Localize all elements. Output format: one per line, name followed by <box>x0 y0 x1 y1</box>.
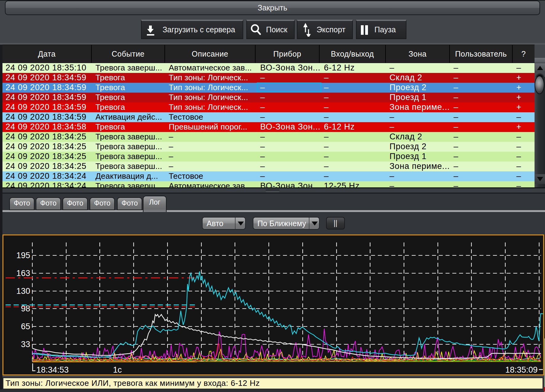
svg-text:33: 33 <box>21 340 30 349</box>
svg-text:18:34:53: 18:34:53 <box>36 365 69 374</box>
svg-text:65: 65 <box>21 322 30 331</box>
svg-text:195: 195 <box>16 251 30 260</box>
svg-text:18:35:09: 18:35:09 <box>505 365 538 374</box>
svg-text:130: 130 <box>16 286 30 296</box>
svg-text:1с: 1с <box>113 365 122 374</box>
svg-text:163: 163 <box>16 269 30 278</box>
svg-text:98: 98 <box>21 304 30 313</box>
